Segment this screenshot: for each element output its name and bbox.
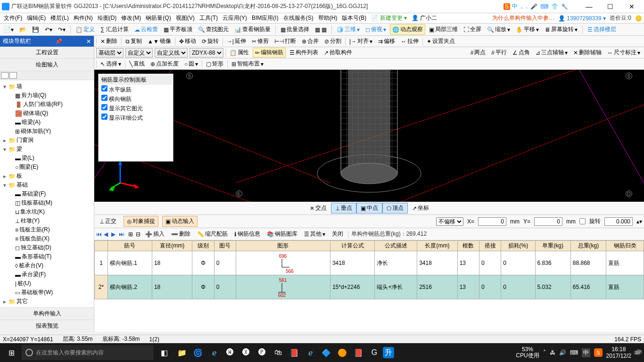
tray-net-icon[interactable]: 🖧 xyxy=(550,349,555,356)
offset-button[interactable]: ⇉ 偏移 xyxy=(376,37,397,46)
close-button[interactable]: ✕ xyxy=(621,0,642,13)
tree-raftneg[interactable]: ≡ 筏板负筋(X) xyxy=(2,234,92,243)
level2-select[interactable]: 自定义 xyxy=(125,48,153,58)
opt-trans[interactable]: 横向钢筋 xyxy=(99,94,172,104)
nav-engineering[interactable]: 工程设置 xyxy=(0,47,94,59)
3d-viewport[interactable]: 5 6 E D 钢筋显示控制面板 水平纵筋 横向钢筋 显示其它图元 显示详细公式 xyxy=(94,70,644,202)
rotate-button[interactable]: ⟳ 旋转 xyxy=(200,37,221,46)
cell-grade[interactable]: Φ xyxy=(192,251,214,275)
rotate-input[interactable] xyxy=(604,217,633,226)
delete-button[interactable]: ✕ 删除 xyxy=(99,37,119,46)
cell-tuhao[interactable]: 0 xyxy=(214,275,236,299)
cell-lap[interactable]: 0 xyxy=(479,275,501,299)
menu-component[interactable]: 构件(N) xyxy=(72,13,95,23)
menu-file[interactable]: 文件(F) xyxy=(2,13,24,23)
ime-tool-icon[interactable]: 🔧 xyxy=(560,3,569,10)
th-len[interactable]: 长度(mm) xyxy=(417,241,457,251)
tab-icon-1[interactable] xyxy=(1,72,8,79)
nav-draw-input[interactable]: 绘图输入 xyxy=(0,59,94,71)
next-button[interactable]: ▶ xyxy=(111,231,118,238)
mirror-button[interactable]: ▲▼ 镜像 xyxy=(146,37,173,46)
tree-brickre[interactable]: ⊞ 砌体加筋(Y) xyxy=(2,127,92,136)
split-button[interactable]: ⊘ 分割 xyxy=(322,37,343,46)
tb-glodon3[interactable]: G xyxy=(367,345,382,360)
level1-select[interactable]: 基础层 xyxy=(96,48,124,58)
menu-draw[interactable]: 绘图(D) xyxy=(96,13,119,23)
tb-acrobat[interactable]: 📕 xyxy=(351,345,366,360)
tree-wall[interactable]: ▾📁 墙 xyxy=(2,82,92,91)
prev-button[interactable]: ◀ xyxy=(104,231,110,238)
sumcalc-button[interactable]: ∑ 汇总计算 xyxy=(99,25,131,34)
tray-vol-icon[interactable]: 🔊 xyxy=(559,349,566,356)
tb-edge[interactable]: ℯ xyxy=(206,345,222,360)
new-button[interactable]: 📄▾ xyxy=(2,25,16,34)
dianjiao-button[interactable]: ∠ 点角 xyxy=(511,48,532,57)
phone-number[interactable]: 👤 13907298339 ▾ xyxy=(558,15,606,22)
cell-dia[interactable]: 18 xyxy=(152,275,192,299)
menu-cloud[interactable]: 云应用(Y) xyxy=(221,13,249,23)
cell-tw[interactable]: 88.868 xyxy=(570,251,606,275)
extlen-button[interactable]: ⊕ 点加长度 xyxy=(149,59,181,68)
pingxing-button[interactable]: # 平行 xyxy=(489,48,509,57)
tree-door[interactable]: ▸📁 门窗洞 xyxy=(2,136,92,145)
tree-brick[interactable]: 🧱 砌体墙(Q) xyxy=(2,109,92,118)
component-tree[interactable]: ▾📁 墙 ▦ 剪力墙(Q) 🚪 人防门框墙(RF) 🧱 砌体墙(Q) ▬ 暗梁(… xyxy=(0,80,94,307)
snap-zhong[interactable]: ▣ 中点 xyxy=(356,203,382,214)
cell-formula[interactable]: 3418 xyxy=(330,251,374,275)
ime-kbd-icon[interactable]: ⌨ xyxy=(539,3,549,10)
tree-sump[interactable]: ⊔ 集水坑(K) xyxy=(2,207,92,216)
menu-modify[interactable]: 修改(M) xyxy=(119,13,143,23)
search-box[interactable]: 在这里输入你要搜索的内容 xyxy=(22,345,154,360)
th-desc[interactable]: 公式描述 xyxy=(375,241,417,251)
tb-360[interactable]: 🟠 xyxy=(335,345,350,360)
delaux-button[interactable]: ✕ 删除辅轴 xyxy=(571,48,603,57)
open-button[interactable]: 📂 xyxy=(17,25,28,34)
dimmark-button[interactable]: ↔ 尺寸标注 ▾ xyxy=(605,48,642,57)
tree-found[interactable]: ▾📁 基础 xyxy=(2,181,92,189)
tree-cap[interactable]: ◊ 桩承台(V) xyxy=(2,261,92,270)
nav-pin-icon[interactable]: 📌 xyxy=(55,38,62,45)
tree-pile[interactable]: | 桩(U) xyxy=(2,279,92,288)
tb-wps[interactable]: 🅦 xyxy=(223,345,238,360)
break-button[interactable]: ⊢⊣ 打断 xyxy=(272,37,298,46)
new-change-button[interactable]: 📄 新建变更 ▾ xyxy=(369,13,409,23)
tree-beam[interactable]: ▾📁 梁 xyxy=(2,145,92,154)
smartlay-button[interactable]: ⊞ 智能布置 ▾ xyxy=(230,59,265,68)
menu-view[interactable]: 视图(V) xyxy=(174,13,197,23)
cell-name[interactable]: 横向钢筋.1 xyxy=(108,251,152,275)
pickent-button[interactable]: ↗ 拾取构件 xyxy=(322,48,354,57)
cell-formula[interactable]: 15*d+2246 xyxy=(330,275,374,299)
tree-other[interactable]: ▸📁 其它 xyxy=(2,297,92,306)
opt-horiz[interactable]: 水平纵筋 xyxy=(99,85,172,94)
pan-button[interactable]: ✋ 平移 ▾ xyxy=(514,25,541,34)
stretch-button[interactable]: ↔ 拉伸 xyxy=(399,37,421,46)
menu-version[interactable]: 版本号(B) xyxy=(340,13,368,23)
cell-count[interactable]: 13 xyxy=(457,275,479,299)
tree-beamL[interactable]: ▬ 梁(L) xyxy=(2,154,92,163)
grid-icon1[interactable]: ⊞ xyxy=(128,231,133,238)
cell-desc[interactable]: 端头+净长 xyxy=(375,275,417,299)
rotate-checkbox[interactable] xyxy=(579,218,586,224)
rebar-table[interactable]: 筋号 直径(mm) 级别 图号 图形 计算公式 公式描述 长度(mm) 根数 搭… xyxy=(94,240,644,332)
tray-lang-icon[interactable]: ⌨ xyxy=(570,349,578,356)
clock[interactable]: 16:18 2017/12/2 xyxy=(606,346,631,360)
save-button[interactable]: 💾 xyxy=(30,25,41,34)
ime-punct-icon[interactable]: 。, xyxy=(520,2,528,10)
tree-foundslab[interactable]: ▭ 基础板带(W) xyxy=(2,288,92,297)
tree-foundbeam[interactable]: ▬ 基础梁(F) xyxy=(2,189,92,198)
cell-tw[interactable]: 65.416 xyxy=(570,275,606,299)
tree-raft[interactable]: ◫ 筏板基础(M) xyxy=(2,198,92,207)
liangdian-button[interactable]: # 两点 xyxy=(469,48,488,57)
tb-xunlei[interactable]: 🌀 xyxy=(190,345,206,360)
cell-desc[interactable]: 净长 xyxy=(375,251,417,275)
cell-tuhao[interactable]: 0 xyxy=(214,251,236,275)
circle-button[interactable]: ○ 圆 ▾ xyxy=(182,59,200,68)
cell-cat[interactable]: 直筋 xyxy=(606,275,644,299)
menu-edit[interactable]: 编辑(E) xyxy=(25,13,48,23)
snap-jiao[interactable]: ✕ 交点 xyxy=(305,203,331,214)
tb-glodon1[interactable]: 📕 xyxy=(287,345,302,360)
tray-up-icon[interactable]: ˄ xyxy=(543,349,546,356)
zhengjiao-button[interactable]: ⊥ 正交 xyxy=(96,216,120,227)
th-name[interactable]: 筋号 xyxy=(108,241,152,251)
level3-select[interactable]: 自定义线 xyxy=(155,48,188,58)
